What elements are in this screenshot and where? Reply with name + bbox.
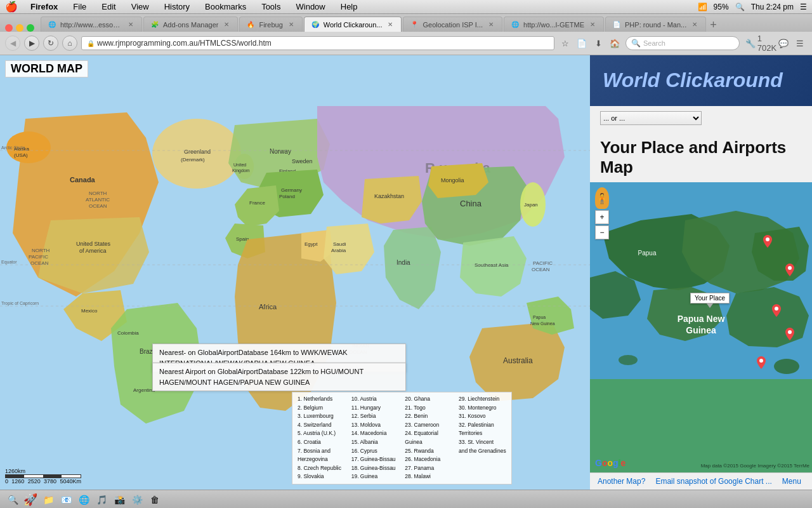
svg-text:(Denmark): (Denmark) bbox=[181, 157, 205, 163]
google-logo: Google bbox=[595, 457, 625, 469]
tab-close-6[interactable]: ✕ bbox=[588, 20, 597, 29]
menu-help[interactable]: Help bbox=[338, 2, 360, 11]
svg-text:Arctic Circle: Arctic Circle bbox=[1, 145, 25, 150]
tab-title-1: http://www...essohigh bbox=[60, 21, 122, 29]
apple-menu[interactable]: 🍎 bbox=[5, 1, 18, 13]
devtools-icon[interactable]: 🔧 bbox=[743, 36, 757, 50]
svg-point-62 bbox=[775, 307, 778, 311]
svg-text:of America: of America bbox=[79, 248, 107, 254]
dock-trash-icon[interactable]: 🗑 bbox=[147, 492, 162, 507]
menu-view[interactable]: View bbox=[129, 2, 152, 11]
tab-title-7: PHP: round - Man... bbox=[625, 21, 686, 29]
svg-text:Tropic of Capricorn: Tropic of Capricorn bbox=[1, 301, 39, 306]
tab-close-3[interactable]: ✕ bbox=[287, 20, 296, 29]
svg-text:Colombia: Colombia bbox=[117, 330, 139, 336]
svg-text:Southeast Asia: Southeast Asia bbox=[475, 262, 509, 268]
dock-launchpad-icon[interactable]: 🚀 bbox=[23, 492, 38, 507]
tab-close-4[interactable]: ✕ bbox=[386, 20, 395, 29]
window-close-btn[interactable] bbox=[5, 24, 13, 32]
airports-google-map[interactable]: Papua New Guinea Papua 🧍 + − Your Place bbox=[590, 182, 812, 472]
pegman-icon[interactable]: 🧍 bbox=[595, 187, 609, 209]
reload-button[interactable]: ↻ bbox=[43, 36, 58, 51]
svg-text:Poland: Poland bbox=[279, 194, 295, 199]
svg-text:NORTH: NORTH bbox=[89, 190, 107, 196]
tab-close-2[interactable]: ✕ bbox=[222, 20, 231, 29]
tab-php[interactable]: 📄 PHP: round - Man... ✕ bbox=[605, 17, 706, 32]
svg-text:Papua: Papua bbox=[533, 315, 546, 320]
dock-mail-icon[interactable]: 📧 bbox=[58, 492, 74, 507]
airports-map-section[interactable]: Papua New Guinea Papua 🧍 + − Your Place bbox=[590, 182, 812, 472]
new-tab-button[interactable]: + bbox=[707, 18, 719, 32]
legend-col-3: 20. Ghana21. Togo22. Benin23. Cameroon 2… bbox=[405, 395, 452, 481]
menu-bookmarks[interactable]: Bookmarks bbox=[202, 2, 249, 11]
tab-getme[interactable]: 🌐 http://wo...l-GETME ✕ bbox=[504, 17, 604, 32]
back-button[interactable]: ◀ bbox=[5, 36, 20, 51]
zoom-in-button[interactable]: + bbox=[595, 210, 609, 224]
browser-chrome: 🌐 http://www...essohigh ✕ 🧩 Add-ons Mana… bbox=[0, 14, 812, 55]
menu-tools[interactable]: Tools bbox=[259, 2, 283, 11]
gmap-controls[interactable]: 🧍 + − bbox=[595, 187, 609, 239]
airport-pin-2 bbox=[772, 304, 781, 319]
reader-mode-icon[interactable]: 📄 bbox=[575, 36, 589, 50]
tab-addons[interactable]: 🧩 Add-ons Manager ✕ bbox=[143, 17, 238, 32]
dock-music-icon[interactable]: 🎵 bbox=[94, 492, 109, 507]
tab-title-5: Geolocation ISP I... bbox=[422, 21, 483, 29]
tab-firebug[interactable]: 🔥 Firebug ✕ bbox=[239, 17, 302, 32]
dock-settings-icon[interactable]: ⚙️ bbox=[129, 492, 145, 507]
menu-firefox[interactable]: Firefox bbox=[28, 2, 60, 11]
map-title: WORLD MAP bbox=[5, 60, 88, 77]
menu-link[interactable]: Menu bbox=[782, 477, 801, 486]
window-minimize-btn[interactable] bbox=[16, 24, 23, 32]
svg-text:Egypt: Egypt bbox=[304, 241, 318, 247]
legend-col-4: 29. Liechtenstein30. Montenegro31. Kosov… bbox=[459, 395, 506, 481]
tab-worldclickaround[interactable]: 🌍 World Clickaroun... ✕ bbox=[304, 17, 402, 32]
bookmark-star-icon[interactable]: ☆ bbox=[558, 36, 572, 50]
toolbar-extra-icons: 🔧 1 702K 💬 ☰ bbox=[743, 36, 807, 50]
dock-folder-icon[interactable]: 📁 bbox=[41, 492, 56, 507]
svg-text:NORTH: NORTH bbox=[32, 248, 50, 253]
another-map-link[interactable]: Another Map? bbox=[598, 477, 645, 486]
svg-text:Papua: Papua bbox=[638, 250, 657, 257]
zoom-out-button[interactable]: − bbox=[595, 225, 609, 239]
search-placeholder: Search bbox=[643, 39, 665, 47]
menu-edit[interactable]: Edit bbox=[99, 2, 118, 11]
search-box[interactable]: 🔍 Search bbox=[625, 36, 740, 50]
tab-close-7[interactable]: ✕ bbox=[690, 20, 699, 29]
home-button[interactable]: ⌂ bbox=[62, 36, 77, 51]
url-bar[interactable]: 🔒 www.rjmprogramming.com.au/HTMLCSS/worl… bbox=[81, 36, 554, 50]
window-maximize-btn[interactable] bbox=[27, 24, 34, 32]
tab-close-5[interactable]: ✕ bbox=[487, 20, 495, 29]
tab-geolocation[interactable]: 📍 Geolocation ISP I... ✕ bbox=[403, 17, 502, 32]
tab-essohigh[interactable]: 🌐 http://www...essohigh ✕ bbox=[41, 17, 142, 32]
dock-safari-icon[interactable]: 🌐 bbox=[76, 492, 91, 507]
dock-finder-icon[interactable]: 🔍 bbox=[5, 492, 20, 507]
dock-photos-icon[interactable]: 📸 bbox=[112, 492, 127, 507]
gmap-svg: Papua New Guinea Papua bbox=[590, 182, 812, 379]
forward-button[interactable]: ▶ bbox=[24, 36, 39, 51]
content-area: Greenland (Denmark) Canada United States… bbox=[0, 55, 812, 490]
home-toolbar-icon[interactable]: 🏠 bbox=[608, 36, 622, 50]
brand-header: World Clickaround bbox=[590, 55, 812, 106]
download-icon[interactable]: ⬇ bbox=[591, 36, 605, 50]
menu-window[interactable]: Window bbox=[294, 2, 328, 11]
svg-text:PACIFIC: PACIFIC bbox=[533, 260, 553, 266]
hamburger-menu-icon[interactable]: ☰ bbox=[793, 36, 807, 50]
tab-close-1[interactable]: ✕ bbox=[126, 20, 135, 29]
tab-title-3: Firebug bbox=[259, 21, 282, 29]
email-snapshot-link[interactable]: Email snapshot of Google Chart ... bbox=[655, 477, 771, 486]
svg-text:Kazakhstan: Kazakhstan bbox=[374, 193, 404, 199]
menu-search-icon[interactable]: 🔍 bbox=[735, 3, 745, 11]
menu-file[interactable]: File bbox=[70, 2, 89, 11]
menu-history[interactable]: History bbox=[162, 2, 192, 11]
world-map-area[interactable]: Greenland (Denmark) Canada United States… bbox=[0, 55, 590, 490]
svg-text:ATLANTIC: ATLANTIC bbox=[86, 197, 110, 203]
chat-icon[interactable]: 💬 bbox=[776, 36, 790, 50]
svg-text:Sweden: Sweden bbox=[292, 158, 313, 164]
tab-title-2: Add-ons Manager bbox=[163, 21, 218, 29]
gmap-container[interactable]: Papua New Guinea Papua 🧍 + − Your Place bbox=[590, 182, 812, 472]
legend-box: 1. Netherlands2. Belgium3. Luxembourg4. … bbox=[292, 392, 512, 485]
scale-bar: 1260km 01260252037805040Km bbox=[5, 468, 81, 485]
menu-notification-icon[interactable]: ☰ bbox=[800, 3, 807, 11]
svg-text:Norway: Norway bbox=[270, 148, 291, 155]
region-dropdown[interactable]: ... or ... bbox=[600, 111, 702, 125]
